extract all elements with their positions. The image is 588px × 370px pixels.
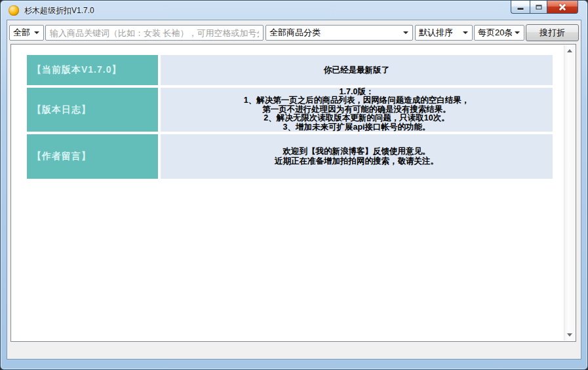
scope-select[interactable]: 全部 — [9, 25, 44, 41]
window-title: 杉木超级折扣V1.7.0 — [24, 5, 94, 16]
app-icon — [9, 5, 19, 16]
arrow-up-icon — [567, 49, 572, 52]
close-button[interactable] — [547, 1, 578, 14]
info-table: 【当前版本V1.7.0】 你已经是最新版了 【版本日志】 1.7.0版： 1、解… — [27, 55, 553, 179]
window-controls — [511, 1, 578, 14]
table-row-value-changelog: 1.7.0版： 1、解决第一页之后的商品列表，因网络问题造成的空白结果， 第一页… — [161, 88, 553, 132]
sort-select[interactable]: 默认排序 — [415, 25, 473, 41]
table-row-label-changelog: 【版本日志】 — [27, 88, 158, 132]
table-row-label-current-version: 【当前版本V1.7.0】 — [27, 55, 158, 85]
sort-select-value: 默认排序 — [416, 27, 460, 39]
search-input[interactable] — [45, 25, 264, 41]
vertical-scrollbar[interactable] — [564, 45, 575, 341]
scroll-down-button[interactable] — [564, 329, 575, 341]
info-line: 1、解决第一页之后的商品列表，因网络问题造成的空白结果， — [161, 96, 553, 105]
category-select-value: 全部商品分类 — [266, 27, 401, 39]
chevron-down-icon — [515, 31, 520, 34]
table-row-value-author-message: 欢迎到【我的新浪博客】反馈使用意见。 近期正在准备增加拍拍网的搜索，敬请关注。 — [161, 134, 553, 179]
results-panel: 【当前版本V1.7.0】 你已经是最新版了 【版本日志】 1.7.0版： 1、解… — [10, 44, 576, 342]
info-line: 第一页不进行处理因为有可能的确是没有搜索结果。 — [161, 105, 553, 114]
app-window: 杉木超级折扣V1.7.0 全部 — [0, 0, 588, 370]
minimize-icon — [518, 8, 524, 10]
table-row-value-current-version: 你已经是最新版了 — [161, 55, 553, 85]
chevron-down-icon — [463, 31, 468, 34]
info-line: 你已经是最新版了 — [161, 65, 553, 75]
info-line: 2、解决无限次读取版本更新的问题，只读取10次。 — [161, 114, 553, 122]
minimize-button[interactable] — [511, 1, 530, 14]
table-row-label-author-message: 【作者留言】 — [27, 134, 158, 179]
screenshot-stage: 杉木超级折扣V1.7.0 全部 — [0, 0, 588, 370]
info-line: 欢迎到【我的新浪博客】反馈使用意见。 — [161, 147, 553, 157]
chevron-down-icon — [403, 31, 408, 34]
maximize-button[interactable] — [530, 1, 547, 14]
client-area: 全部 全部商品分类 默认排序 每页20条 搜打折 【当前版本V1.7.0】 — [7, 20, 581, 360]
scope-select-value: 全部 — [10, 27, 31, 39]
arrow-down-icon — [567, 333, 572, 337]
maximize-icon — [536, 5, 541, 9]
page-size-select[interactable]: 每页20条 — [474, 25, 524, 41]
page-size-select-value: 每页20条 — [475, 27, 512, 39]
info-line: 3、增加未来可扩展api接口帐号的功能。 — [161, 123, 553, 132]
chevron-down-icon — [34, 31, 39, 34]
scroll-up-button[interactable] — [564, 45, 575, 56]
search-discount-button[interactable]: 搜打折 — [526, 24, 579, 41]
category-select[interactable]: 全部商品分类 — [265, 25, 413, 41]
title-bar[interactable]: 杉木超级折扣V1.7.0 — [1, 1, 587, 20]
info-line: 近期正在准备增加拍拍网的搜索，敬请关注。 — [161, 157, 553, 166]
